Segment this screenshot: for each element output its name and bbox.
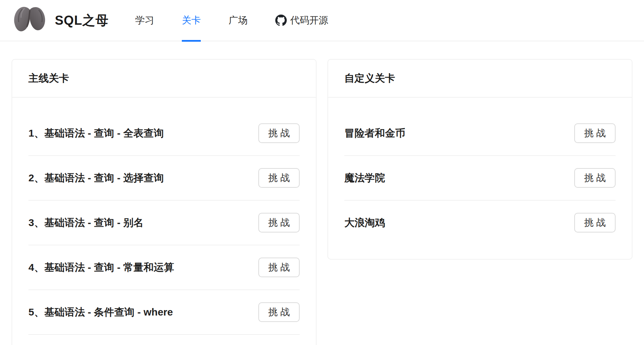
nav-tab-plaza-label: 广场	[229, 14, 248, 27]
custom-levels-list: 冒险者和金币 挑 战 魔法学院 挑 战 大浪淘鸡 挑 战	[328, 98, 632, 259]
main-levels-card-header: 主线关卡	[12, 60, 316, 98]
main-levels-card: 主线关卡 1、基础语法 - 查询 - 全表查询 挑 战 2、基础语法 - 查询 …	[12, 59, 317, 345]
main-nav: 学习 关卡 广场 代码开源	[135, 0, 328, 41]
main-levels-list: 1、基础语法 - 查询 - 全表查询 挑 战 2、基础语法 - 查询 - 选择查…	[12, 98, 316, 345]
level-row: 6、基础语法 - 条件查询 - 运算符 挑 战	[28, 335, 300, 345]
nav-link-github-label: 代码开源	[290, 14, 328, 27]
level-row: 2、基础语法 - 查询 - 选择查询 挑 战	[28, 156, 300, 201]
challenge-button[interactable]: 挑 战	[574, 213, 616, 232]
challenge-button[interactable]: 挑 战	[258, 302, 300, 322]
challenge-button[interactable]: 挑 战	[258, 213, 300, 232]
level-label: 2、基础语法 - 查询 - 选择查询	[28, 171, 164, 185]
app-header: SQL之母 学习 关卡 广场 代码开源	[0, 0, 644, 41]
level-label: 1、基础语法 - 查询 - 全表查询	[28, 126, 164, 140]
nav-link-github[interactable]: 代码开源	[275, 0, 328, 41]
level-row: 4、基础语法 - 查询 - 常量和运算 挑 战	[28, 245, 300, 290]
nav-tab-levels[interactable]: 关卡	[182, 0, 201, 41]
level-row: 魔法学院 挑 战	[344, 156, 616, 201]
challenge-button[interactable]: 挑 战	[258, 123, 300, 143]
custom-levels-card-title: 自定义关卡	[344, 71, 616, 85]
challenge-button[interactable]: 挑 战	[258, 258, 300, 277]
main-content: 主线关卡 1、基础语法 - 查询 - 全表查询 挑 战 2、基础语法 - 查询 …	[0, 41, 644, 345]
level-label: 4、基础语法 - 查询 - 常量和运算	[28, 260, 174, 275]
stone-logo[interactable]	[12, 5, 47, 36]
challenge-button[interactable]: 挑 战	[258, 168, 300, 188]
level-label: 3、基础语法 - 查询 - 别名	[28, 216, 144, 230]
level-row: 5、基础语法 - 条件查询 - where 挑 战	[28, 290, 300, 335]
level-label: 5、基础语法 - 条件查询 - where	[28, 305, 173, 319]
level-row: 1、基础语法 - 查询 - 全表查询 挑 战	[28, 111, 300, 156]
nav-tab-learn[interactable]: 学习	[135, 0, 154, 41]
challenge-button[interactable]: 挑 战	[574, 168, 616, 188]
level-row: 大浪淘鸡 挑 战	[344, 201, 616, 245]
level-label: 大浪淘鸡	[344, 216, 385, 230]
nav-tab-plaza[interactable]: 广场	[229, 0, 248, 41]
github-icon	[275, 15, 287, 26]
custom-levels-card: 自定义关卡 冒险者和金币 挑 战 魔法学院 挑 战 大浪淘鸡 挑 战	[327, 59, 632, 260]
custom-levels-card-header: 自定义关卡	[328, 60, 632, 98]
level-label: 冒险者和金币	[344, 126, 405, 140]
challenge-button[interactable]: 挑 战	[574, 123, 616, 143]
nav-tab-levels-label: 关卡	[182, 14, 201, 27]
level-row: 3、基础语法 - 查询 - 别名 挑 战	[28, 201, 300, 245]
nav-tab-learn-label: 学习	[135, 14, 154, 27]
main-levels-card-title: 主线关卡	[28, 71, 300, 85]
app-title: SQL之母	[55, 12, 109, 29]
level-row: 冒险者和金币 挑 战	[344, 111, 616, 156]
level-label: 魔法学院	[344, 171, 385, 185]
